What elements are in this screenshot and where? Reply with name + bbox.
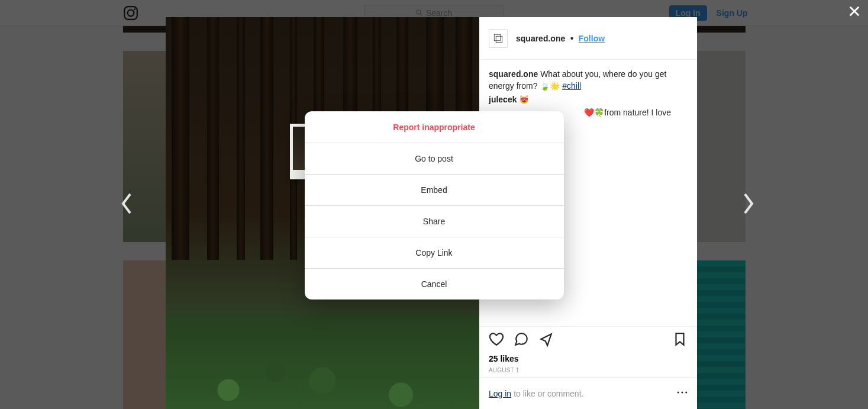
- option-copy-link[interactable]: Copy Link: [305, 237, 564, 268]
- post-header: squared.one • Follow: [479, 17, 697, 60]
- comment-fragment: ❤️🍀from nature! I love: [584, 108, 671, 117]
- svg-point-11: [685, 392, 687, 394]
- hashtag-link[interactable]: #chill: [562, 81, 581, 91]
- post-actions: 25 likes August 1: [479, 326, 697, 377]
- share-icon[interactable]: [538, 331, 554, 349]
- login-to-comment-link[interactable]: Log in: [489, 389, 511, 398]
- follow-link[interactable]: Follow: [579, 34, 605, 43]
- svg-rect-7: [494, 34, 501, 41]
- options-dialog: Report inappropriate Go to post Embed Sh…: [305, 111, 564, 299]
- option-go-to-post[interactable]: Go to post: [305, 143, 564, 174]
- option-cancel[interactable]: Cancel: [305, 268, 564, 299]
- author-avatar[interactable]: [489, 29, 508, 48]
- login-to-comment-text: to like or comment.: [514, 389, 583, 398]
- comment-text: 😻: [517, 95, 529, 104]
- more-options-icon[interactable]: [677, 387, 688, 400]
- like-icon[interactable]: [489, 331, 504, 349]
- save-icon[interactable]: [672, 331, 688, 349]
- post-date: August 1: [489, 367, 688, 373]
- author-username[interactable]: squared.one: [516, 34, 565, 43]
- next-button[interactable]: [740, 192, 757, 218]
- likes-count[interactable]: 25 likes: [489, 354, 688, 363]
- svg-rect-8: [496, 36, 502, 43]
- svg-point-9: [677, 392, 679, 394]
- add-comment-row: Log in to like or comment.: [479, 377, 697, 409]
- comment-icon[interactable]: [514, 331, 529, 349]
- svg-point-10: [682, 392, 683, 394]
- comment-author[interactable]: julecek: [489, 95, 517, 104]
- prev-button[interactable]: [118, 192, 135, 218]
- caption-author[interactable]: squared.one: [489, 69, 538, 79]
- option-report[interactable]: Report inappropriate: [305, 111, 564, 143]
- option-share[interactable]: Share: [305, 205, 564, 237]
- close-icon[interactable]: [848, 5, 861, 20]
- option-embed[interactable]: Embed: [305, 174, 564, 205]
- separator-dot: •: [570, 33, 574, 43]
